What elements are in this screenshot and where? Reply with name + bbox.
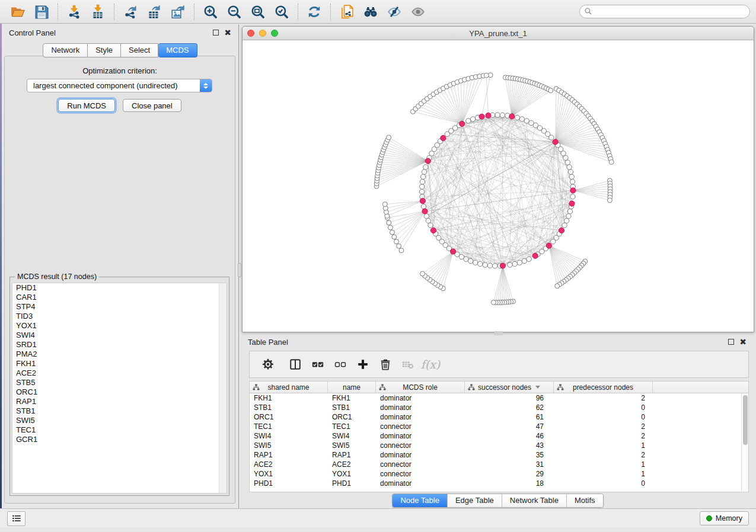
cell-name: STB1 <box>328 403 376 412</box>
import-network-button[interactable] <box>62 2 86 21</box>
table-row[interactable]: ORC1ORC1dominator610 <box>250 412 741 422</box>
mcds-result-node[interactable]: STB5 <box>12 378 227 387</box>
delete-table-button-disabled <box>398 354 418 374</box>
table-row[interactable]: RAP1RAP1dominator352 <box>250 450 741 460</box>
add-column-button[interactable] <box>353 354 373 374</box>
mcds-result-node[interactable]: PHD1 <box>12 283 227 293</box>
table-row[interactable]: FKH1FKH1dominator962 <box>250 393 741 403</box>
export-image-icon <box>170 4 186 20</box>
mcds-result-node[interactable]: PMA2 <box>12 350 227 359</box>
column-header-filler <box>653 382 748 393</box>
mcds-result-title: MCDS result (17 nodes) <box>15 273 99 281</box>
close-table-panel-icon[interactable]: ✖ <box>739 339 747 345</box>
column-header-shared-name[interactable]: shared name <box>250 382 328 393</box>
delete-column-button[interactable] <box>375 354 395 374</box>
column-header-predecessor-nodes[interactable]: predecessor nodes <box>554 382 653 393</box>
mcds-result-node[interactable]: TID3 <box>12 312 227 321</box>
table-row[interactable]: ACE2ACE2connector311 <box>250 460 741 469</box>
column-header-MCDS-role[interactable]: MCDS role <box>376 382 465 393</box>
zoom-fit-button[interactable] <box>246 2 270 21</box>
table-row[interactable]: TEC1TEC1connector472 <box>250 422 741 431</box>
cell-name: RAP1 <box>328 450 376 460</box>
task-history-button[interactable] <box>7 511 25 526</box>
hide-panels-button[interactable] <box>382 2 406 21</box>
cell-successor-nodes: 46 <box>465 431 554 441</box>
trash-icon <box>379 358 392 371</box>
float-panel-icon[interactable] <box>213 30 219 36</box>
unselect-all-columns-button[interactable] <box>330 354 350 374</box>
export-table-button[interactable] <box>142 2 166 21</box>
cell-MCDS-role: dominator <box>376 412 465 422</box>
zoom-out-button[interactable] <box>222 2 246 21</box>
zoom-selected-button[interactable] <box>270 2 294 21</box>
footer-tab-motifs[interactable]: Motifs <box>566 494 603 507</box>
mcds-result-node[interactable]: SRD1 <box>12 340 227 350</box>
fx-icon: f(x) <box>421 358 441 371</box>
criterion-dropdown[interactable]: largest connected component (undirected) <box>27 79 212 92</box>
table-row[interactable]: SWI4SWI4dominator462 <box>250 431 741 441</box>
cell-name: YOX1 <box>328 469 376 479</box>
cell-shared-name: FKH1 <box>250 393 328 403</box>
table-row[interactable]: STB1STB1dominator620 <box>250 403 741 412</box>
network-snapshot-button[interactable] <box>335 2 359 21</box>
search-network-button[interactable] <box>359 2 382 21</box>
toolbar-separator <box>194 4 194 20</box>
close-panel-icon[interactable]: ✖ <box>224 30 231 36</box>
table-row[interactable]: SWI5SWI5connector431 <box>250 441 741 450</box>
cell-shared-name: SWI5 <box>250 441 328 450</box>
mcds-result-node[interactable]: STB1 <box>12 406 227 416</box>
table-row[interactable]: YOX1YOX1connector291 <box>250 469 741 479</box>
mcds-result-node[interactable]: SWI4 <box>12 331 227 340</box>
cell-predecessor-nodes: 2 <box>554 450 653 460</box>
cell-name: FKH1 <box>328 393 376 403</box>
cell-predecessor-nodes: 1 <box>554 469 653 479</box>
mcds-result-node[interactable]: GCR1 <box>12 435 227 444</box>
close-panel-button[interactable]: Close panel <box>123 99 181 112</box>
footer-tab-edge-table[interactable]: Edge Table <box>447 494 502 507</box>
cell-MCDS-role: connector <box>376 460 465 469</box>
mcds-result-node[interactable]: RAP1 <box>12 397 227 406</box>
refresh-button[interactable] <box>302 2 326 21</box>
select-all-columns-button[interactable] <box>308 354 328 374</box>
export-network-button[interactable] <box>119 2 142 21</box>
search-input[interactable] <box>579 5 750 18</box>
open-file-button[interactable] <box>6 2 30 21</box>
table-scrollbar-thumb[interactable] <box>743 395 748 445</box>
memory-button[interactable]: Memory <box>700 511 749 525</box>
optimization-criterion-label: Optimization criterion: <box>5 66 235 75</box>
panel-divider-handle[interactable] <box>238 263 241 277</box>
column-header-successor-nodes[interactable]: successor nodes <box>465 382 554 393</box>
tab-style[interactable]: Style <box>88 43 121 57</box>
tab-network[interactable]: Network <box>43 43 88 57</box>
export-image-button[interactable] <box>166 2 190 21</box>
table-scrollbar[interactable] <box>741 393 748 492</box>
show-panels-button[interactable] <box>406 2 430 21</box>
mcds-result-node[interactable]: SWI5 <box>12 416 227 425</box>
mcds-result-list[interactable]: PHD1CAR1STP4TID3YOX1SWI4SRD1PMA2FKH1ACE2… <box>12 283 227 493</box>
mcds-result-node[interactable]: YOX1 <box>12 321 227 331</box>
footer-tab-node-table[interactable]: Node Table <box>393 494 447 507</box>
column-header-name[interactable]: name <box>328 382 376 393</box>
mcds-result-node[interactable]: ACE2 <box>12 368 227 378</box>
run-mcds-button[interactable]: Run MCDS <box>58 99 115 112</box>
tab-select[interactable]: Select <box>121 43 158 57</box>
save-session-button[interactable] <box>30 2 53 21</box>
table-row[interactable]: PHD1PHD1dominator180 <box>250 479 741 488</box>
show-column-panel-button[interactable] <box>285 354 305 374</box>
mcds-result-node[interactable]: STP4 <box>12 302 227 312</box>
mcds-list-scrollbar[interactable] <box>219 283 227 493</box>
mcds-result-node[interactable]: ORC1 <box>12 387 227 397</box>
float-table-panel-icon[interactable] <box>728 339 734 345</box>
cell-MCDS-role: dominator <box>376 450 465 460</box>
footer-tab-network-table[interactable]: Network Table <box>502 494 566 507</box>
import-table-button[interactable] <box>86 2 110 21</box>
network-canvas[interactable] <box>243 40 754 332</box>
zoom-in-button[interactable] <box>199 2 222 21</box>
mcds-result-node[interactable]: TEC1 <box>12 425 227 435</box>
control-panel-tabs: NetworkStyleSelectMCDS <box>2 43 238 57</box>
tab-mcds[interactable]: MCDS <box>158 43 197 57</box>
table-panel: Table Panel ✖ <box>240 335 756 508</box>
column-settings-button[interactable] <box>258 354 278 374</box>
mcds-result-node[interactable]: FKH1 <box>12 359 227 368</box>
mcds-result-node[interactable]: CAR1 <box>12 293 227 302</box>
